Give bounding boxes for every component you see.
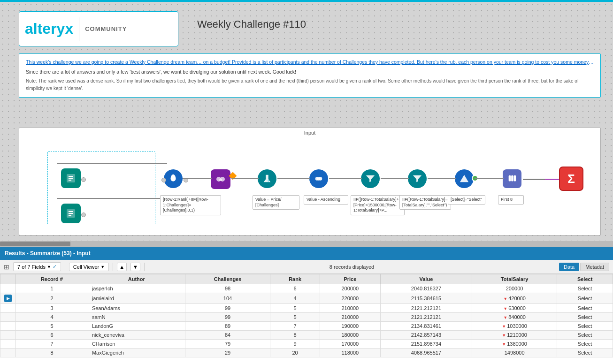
cell-totalsalary: ▼1380000 — [472, 340, 557, 349]
cell-challenges: 99 — [185, 313, 270, 322]
cell-select: Select — [557, 340, 613, 349]
select-tool[interactable] — [455, 169, 474, 188]
data-tab-btn[interactable]: Data — [559, 263, 579, 271]
cell-rank: 7 — [270, 322, 320, 331]
formula-tool[interactable] — [164, 169, 183, 188]
cell-select: Select — [557, 322, 613, 331]
row-marker-cell — [0, 313, 16, 322]
cell-record: 7 — [16, 340, 88, 349]
canvas-scrollbar[interactable] — [0, 241, 613, 247]
filter-tool-1[interactable] — [361, 169, 380, 188]
table-row[interactable]: 8MaxGiegerich29201180004068.965517149800… — [0, 349, 613, 357]
col-header-rank[interactable]: Rank — [270, 274, 320, 284]
sort-down-btn[interactable]: ▼ — [130, 263, 140, 271]
data-table: Record # Author Challenges Rank Price Va… — [0, 274, 613, 357]
cell-select: Select — [557, 313, 613, 322]
fields-selector[interactable]: 7 of 7 Fields ▼ ✓ — [13, 262, 61, 271]
sigma-tool[interactable]: Σ — [559, 167, 583, 191]
cell-rank: 6 — [270, 284, 320, 293]
records-text: 8 records displayed — [329, 264, 374, 270]
cell-totalsalary: 200000 — [472, 284, 557, 293]
svg-text:D: D — [219, 178, 222, 182]
row-marker-cell — [0, 284, 16, 293]
data-table-container[interactable]: Record # Author Challenges Rank Price Va… — [0, 274, 613, 364]
challenge-title: Weekly Challenge #110 — [197, 18, 306, 30]
col-header-author[interactable]: Author — [88, 274, 185, 284]
data-toolbar: ⊞ 7 of 7 Fields ▼ ✓ Cell Viewer ▼ ▲ ▼ 8 … — [0, 260, 613, 274]
desc-line1: This week's challenge we are going to cr… — [26, 59, 594, 66]
cell-author: MaxGiegerich — [88, 349, 185, 357]
cell-price: 210000 — [320, 313, 380, 322]
cell-price: 180000 — [320, 331, 380, 340]
cell-record: 6 — [16, 331, 88, 340]
table-row[interactable]: 7CHarrison7991700002151.898734▼1380000Se… — [0, 340, 613, 349]
table-row[interactable]: ▶2jamielaird10442200002115.384615▼420000… — [0, 293, 613, 304]
sort-tool[interactable] — [309, 169, 328, 188]
cell-value: 2121.212121 — [380, 313, 472, 322]
line-f1-f2 — [381, 178, 409, 179]
join-tool[interactable]: D — [211, 169, 230, 189]
workflow-box: Input — [19, 128, 601, 235]
table-row[interactable]: 4samN9952100002121.212121▼840000Select — [0, 313, 613, 322]
cell-record: 2 — [16, 293, 88, 304]
svg-point-11 — [268, 180, 269, 182]
cell-author: LandonG — [88, 322, 185, 331]
col-header-challenges[interactable]: Challenges — [185, 274, 270, 284]
cell-totalsalary: ▼1210000 — [472, 331, 557, 340]
cell-challenges: 89 — [185, 322, 270, 331]
col-header-select[interactable]: Select — [557, 274, 613, 284]
cell-value: 2115.384615 — [380, 293, 472, 304]
cell-author: samN — [88, 313, 185, 322]
svg-rect-17 — [511, 175, 513, 182]
col-header-price[interactable]: Price — [320, 274, 380, 284]
cell-rank: 20 — [270, 349, 320, 357]
grid-icon: ⊞ — [4, 263, 9, 271]
cell-author: jasperIch — [88, 284, 185, 293]
cell-select: Select — [557, 331, 613, 340]
book2-dot-right — [81, 212, 86, 217]
cell-challenges: 79 — [185, 340, 270, 349]
book-icon-2[interactable] — [61, 204, 81, 223]
anno-formula: [Row-1:Rank]+IIF([Row-1:Challenges]=[Cha… — [160, 195, 221, 215]
flask-tool[interactable] — [258, 169, 276, 188]
cell-record: 8 — [16, 349, 88, 357]
canvas-scrollbar-thumb[interactable] — [0, 242, 70, 246]
line-form-join — [183, 178, 212, 179]
cell-price: 200000 — [320, 284, 380, 293]
svg-rect-18 — [514, 175, 516, 182]
cell-select: Select — [557, 284, 613, 293]
col-header-rownum[interactable] — [0, 274, 16, 284]
tube-tool[interactable] — [503, 169, 521, 188]
cell-viewer-label: Cell Viewer — [73, 264, 99, 270]
sort-up-btn[interactable]: ▲ — [117, 263, 127, 271]
book-icon-1[interactable] — [61, 168, 81, 188]
table-row[interactable]: 6nick_ceneviva8481800002142.857143▼12100… — [0, 331, 613, 340]
cell-viewer-btn[interactable]: Cell Viewer ▼ — [69, 263, 109, 271]
line-sort-f1 — [329, 178, 362, 179]
meta-tab-btn[interactable]: Metadat — [580, 263, 609, 271]
col-header-totalsalary[interactable]: TotalSalary — [472, 274, 557, 284]
col-header-record[interactable]: Record # — [16, 274, 88, 284]
cell-challenges: 29 — [185, 349, 270, 357]
table-row[interactable]: 1jasperIch9862000002040.816327200000Sele… — [0, 284, 613, 293]
cell-select: Select — [557, 304, 613, 313]
desc-line2: Since there are a lot of answers and onl… — [26, 68, 594, 76]
cell-totalsalary: ▼1030000 — [472, 322, 557, 331]
table-row[interactable]: 3SeanAdams9952100002121.212121▼630000Sel… — [0, 304, 613, 313]
cell-price: 190000 — [320, 322, 380, 331]
anno-flask: Value = Price/[Challenges] — [253, 195, 299, 210]
table-row[interactable]: 5LandonG8971900002134.831461▼1030000Sele… — [0, 322, 613, 331]
svg-point-14 — [317, 177, 320, 180]
cell-value: 2142.857143 — [380, 331, 472, 340]
row-marker-cell — [0, 304, 16, 313]
fields-label: 7 of 7 Fields — [17, 264, 46, 270]
cell-record: 5 — [16, 322, 88, 331]
cell-value: 4068.965517 — [380, 349, 472, 357]
cell-value: 2040.816327 — [380, 284, 472, 293]
cell-challenges: 98 — [185, 284, 270, 293]
line-f2-sel — [428, 178, 456, 179]
col-header-value[interactable]: Value — [380, 274, 472, 284]
filter-tool-2[interactable] — [408, 169, 427, 188]
cell-value: 2121.212121 — [380, 304, 472, 313]
results-label: Results - Summarize (53) - Input — [5, 250, 91, 257]
